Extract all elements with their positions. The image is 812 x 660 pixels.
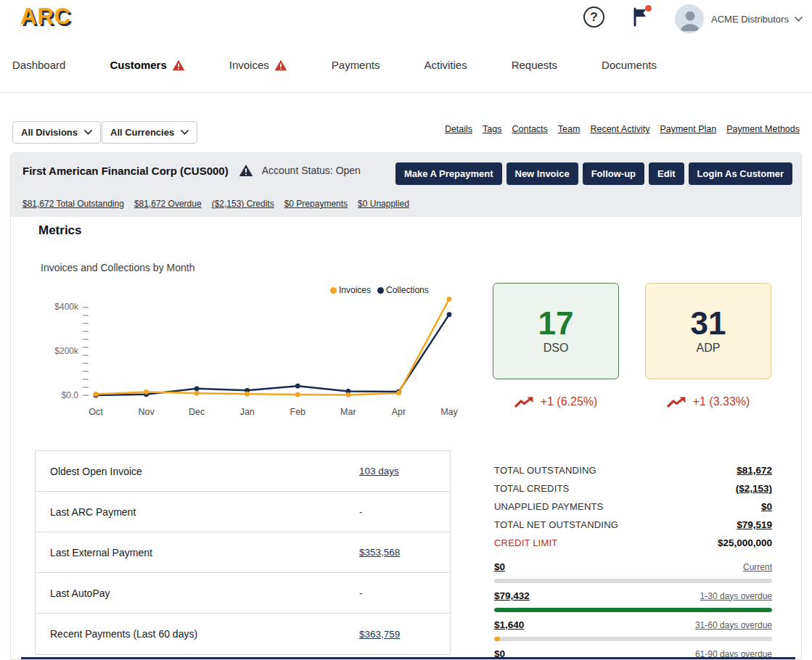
legend-collections-label: Collections (386, 285, 429, 295)
adp-value: 31 (691, 308, 726, 339)
new-invoice-button[interactable]: New Invoice (507, 162, 578, 185)
svg-text:Jan: Jan (240, 407, 255, 417)
make-a-prepayment-button[interactable]: Make A Prepayment (395, 162, 502, 185)
nav-documents[interactable]: Documents (602, 59, 657, 71)
link-contacts[interactable]: Contacts (512, 124, 548, 134)
recent-payments-value-link[interactable]: $363,759 (359, 629, 400, 640)
arc-logo[interactable]: ARC (20, 4, 71, 30)
nav-invoices[interactable]: Invoices (229, 59, 287, 71)
oldest-open-invoice-value-link[interactable]: 103 days (359, 466, 399, 477)
nav-requests-label: Requests (512, 59, 557, 71)
svg-text:$0.0: $0.0 (62, 390, 79, 400)
customer-section-links: Details Tags Contacts Team Recent Activi… (445, 124, 800, 134)
aging-buckets: $0 Current $79,432 1-30 days overdue $1,… (494, 561, 772, 660)
aging-bar (494, 579, 772, 583)
customer-header: First American Financial Corp (CUS000) A… (11, 153, 801, 217)
overdue-link[interactable]: $81,672 Overdue (134, 199, 202, 209)
main-nav: Dashboard Customers Invoices Payments Ac… (0, 38, 812, 93)
unapplied-payments-value-link[interactable]: $0 (761, 501, 772, 512)
nav-requests[interactable]: Requests (512, 59, 557, 71)
aging-bar-fill (494, 637, 500, 641)
account-warning-icon (239, 164, 253, 177)
chevron-down-icon (795, 17, 803, 22)
credit-limit-label: CREDIT LIMIT (494, 537, 557, 548)
nav-customers-label: Customers (110, 59, 166, 71)
adp-label: ADP (697, 342, 721, 355)
trend-up-icon (514, 396, 534, 408)
total-credits-value-link[interactable]: ($2,153) (736, 483, 772, 494)
legend-invoices-label: Invoices (339, 285, 371, 295)
aging-bucket-link[interactable]: 1-30 days overdue (700, 591, 772, 601)
last-autopay-value: - (359, 587, 363, 598)
help-glyph: ? (590, 10, 597, 25)
table-row: Last ARC Payment - (36, 492, 450, 532)
link-payment-methods[interactable]: Payment Methods (726, 124, 800, 134)
unapplied-link[interactable]: $0 Unapplied (358, 199, 409, 209)
link-payment-plan[interactable]: Payment Plan (660, 124, 716, 134)
account-status: Account Status: Open (262, 165, 361, 176)
top-bar: ARC ? ACME Distributors (0, 0, 812, 38)
totals-panel: TOTAL OUTSTANDING $81,672 TOTAL CREDITS … (494, 461, 772, 660)
nav-dashboard[interactable]: Dashboard (12, 59, 65, 71)
notifications-flag-button[interactable] (631, 7, 652, 30)
chart-legend: Invoices Collections (330, 285, 429, 295)
metrics-section-title: Metrics (38, 223, 82, 238)
credit-limit-value: $25,000,000 (718, 537, 772, 548)
edit-button[interactable]: Edit (649, 162, 684, 185)
svg-text:Nov: Nov (138, 407, 155, 417)
adp-card: 31 ADP (645, 283, 771, 379)
dso-label: DSO (544, 342, 569, 355)
unapplied-payments-label: UNAPPLIED PAYMENTS (494, 501, 604, 512)
stat-label: Last AutoPay (50, 587, 110, 599)
link-details[interactable]: Details (445, 124, 472, 134)
next-section-header (21, 657, 795, 660)
divisions-dropdown[interactable]: All Divisions (12, 121, 101, 144)
aging-bar (494, 608, 772, 612)
last-arc-payment-value: - (359, 506, 363, 517)
table-row: Oldest Open Invoice 103 days (36, 451, 450, 492)
last-external-payment-value-link[interactable]: $353,568 (359, 547, 400, 558)
org-switcher[interactable]: ACME Distributors (711, 0, 803, 38)
total-net-outstanding-row: TOTAL NET OUTSTANDING $79,519 (494, 516, 772, 534)
link-recent-activity[interactable]: Recent Activity (590, 124, 649, 134)
total-outstanding-label: TOTAL OUTSTANDING (494, 465, 596, 476)
table-row: Last External Payment $353,568 (36, 532, 450, 573)
follow-up-button[interactable]: Follow-up (583, 162, 644, 185)
help-icon[interactable]: ? (583, 7, 604, 28)
customer-name: First American Financial Corp (CUS000) (22, 165, 229, 177)
aging-bar-fill (494, 608, 772, 612)
aging-amount-link[interactable]: $79,432 (494, 590, 530, 601)
credits-link[interactable]: ($2,153) Credits (212, 199, 274, 209)
link-team[interactable]: Team (558, 124, 581, 134)
invoices-dot-icon (330, 287, 337, 294)
total-outstanding-row: TOTAL OUTSTANDING $81,672 (494, 461, 772, 479)
svg-text:Apr: Apr (392, 407, 406, 417)
total-outstanding-link[interactable]: $81,672 Total Outstanding (22, 199, 124, 209)
total-outstanding-value-link[interactable]: $81,672 (737, 465, 772, 476)
currencies-dropdown-value: All Currencies (110, 127, 174, 138)
total-credits-row: TOTAL CREDITS ($2,153) (494, 479, 772, 498)
collections-dot-icon (377, 287, 384, 294)
currencies-dropdown[interactable]: All Currencies (102, 121, 197, 144)
stat-label: Recent Payments (Last 60 days) (50, 628, 197, 640)
aging-bucket-link[interactable]: Current (743, 562, 772, 572)
dso-card: 17 DSO (493, 283, 619, 379)
aging-amount-link[interactable]: $0 (494, 561, 505, 572)
nav-activities[interactable]: Activities (424, 59, 467, 71)
nav-activities-label: Activities (424, 59, 467, 71)
trend-up-icon (667, 396, 686, 408)
alert-triangle-icon (274, 59, 287, 71)
total-net-outstanding-label: TOTAL NET OUTSTANDING (494, 519, 618, 530)
stat-label: Last ARC Payment (50, 506, 136, 518)
aging-amount-link[interactable]: $1,640 (494, 619, 524, 630)
aging-bucket-link[interactable]: 31-60 days overdue (695, 620, 772, 630)
login-as-customer-button[interactable]: Login As Customer (689, 162, 792, 185)
adp-trend: +1 (3.33%) (645, 395, 771, 408)
table-row: Recent Payments (Last 60 days) $363,759 (36, 614, 450, 654)
total-net-outstanding-value-link[interactable]: $79,519 (737, 519, 772, 530)
nav-customers[interactable]: Customers (110, 59, 184, 71)
prepayments-link[interactable]: $0 Prepayments (284, 199, 348, 209)
user-avatar[interactable] (675, 4, 704, 33)
link-tags[interactable]: Tags (483, 124, 501, 134)
nav-payments[interactable]: Payments (332, 59, 380, 71)
